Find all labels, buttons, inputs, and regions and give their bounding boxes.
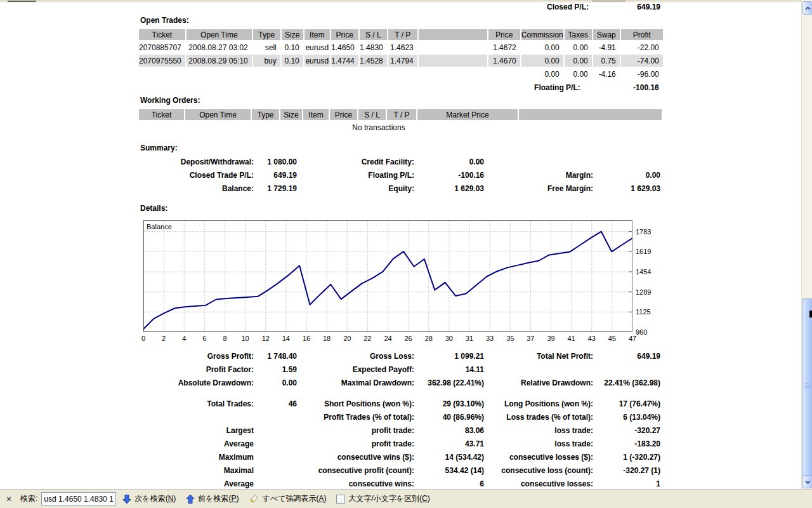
cell: -4.91 [593,41,620,53]
total-cell: -96.00 [621,68,663,80]
y-axis-label: 1619 [636,248,658,255]
x-axis-label: 8 [215,335,235,342]
x-axis-label: 45 [602,335,622,342]
column-header: Commission [521,29,563,40]
x-axis-label: 37 [520,335,540,342]
x-axis-label: 0 [133,335,154,342]
scroll-up-button[interactable] [802,1,812,15]
balance-chart: Balance [143,220,632,335]
stat-value: 1 (-320.27) [0,453,660,462]
thumb-grip-icon [805,384,810,388]
floating-pl-row: Floating P/L:-100.16 [139,81,663,93]
trade-statement-page: Closed P/L: 649.19 Open Trades: TicketOp… [0,0,812,508]
y-axis-label: 1783 [636,228,658,236]
floating-pl-label: Floating P/L: [521,81,592,93]
header-row: TicketOpen TimeTypeSizeItemPriceS / LT /… [139,109,662,120]
cell: 1.4794 [388,55,417,67]
column-header: Ticket [139,29,185,40]
x-axis-label: 4 [174,335,194,342]
chevron-up-icon [804,6,812,11]
cell: 1.4830 [360,41,387,53]
x-axis-label: 24 [378,335,398,342]
column-header: Profit [621,29,663,40]
x-axis-label: 2 [154,335,174,342]
column-header [519,109,662,120]
header-row: TicketOpen TimeTypeSizeItemPriceS / LT /… [139,29,663,40]
checkbox-icon[interactable] [336,495,345,504]
match-case-checkbox[interactable]: 大文字/小文字を区別(C) [336,493,429,504]
column-header: T / P [387,109,416,120]
x-axis-label: 14 [276,335,296,342]
x-axis-label: 35 [500,335,520,342]
cell: 0.10 [282,41,303,53]
stat-value: 6 (13.04%) [0,413,660,422]
x-axis-label: 30 [439,335,459,342]
cell: -22.00 [621,41,663,53]
stat-value: -320.27 (1) [0,467,660,475]
open-trade-row: 20708857072008.08.27 03:02sell0.10eurusd… [139,41,663,53]
x-axis-label: 41 [561,335,582,342]
cell: 0.00 [521,41,563,53]
arrow-down-icon [122,494,131,504]
open-trades-title: Open Trades: [140,17,189,25]
cell: 1.4672 [488,41,520,53]
find-next-button[interactable]: 次を検索(N) [122,493,176,504]
stat-value: 649.19 [0,352,660,361]
scrollbar-thumb[interactable] [802,298,812,476]
cell: 0.00 [521,55,563,67]
stat-value: 22.41% (362.98) [0,379,660,387]
cell [419,55,487,67]
working-orders-table: TicketOpen TimeTypeSizeItemPriceS / LT /… [138,108,663,121]
total-cell: -4.16 [593,68,620,80]
vertical-scrollbar[interactable] [801,0,812,489]
column-header: Swap [593,29,620,40]
cell: 2070885707 [139,41,185,53]
column-header: Size [280,109,302,120]
column-header: S / L [358,109,386,120]
chrome-remnant-dark [8,1,36,2]
x-axis-label: 33 [480,335,500,342]
total-cell: 0.00 [521,68,563,80]
column-header: Ticket [139,109,184,120]
cell: 2008.08.29 05:10 [187,55,252,67]
open-trade-row: 20709755502008.08.29 05:10buy0.10eurusd1… [139,55,663,67]
column-header: Item [304,29,330,40]
scrollbar-marker [809,311,812,318]
x-axis-label: 18 [317,335,337,342]
cell: 2070975550 [139,55,185,67]
stat-value: 14.11 [0,366,484,374]
chevron-down-icon [804,479,812,485]
x-axis-label: 31 [459,335,480,342]
floating-pl-value: -100.16 [621,81,663,93]
x-axis-label: 22 [357,335,377,342]
cell: 1.4670 [488,55,520,67]
x-axis-label: 16 [296,335,317,342]
find-prev-button[interactable]: 前を検索(P) [186,493,239,504]
find-close-button[interactable]: × [4,494,14,504]
search-input[interactable] [41,492,116,505]
column-header: Type [253,29,280,40]
column-header: Taxes [565,29,592,40]
scroll-down-button[interactable] [802,475,812,488]
column-header: S / L [360,29,387,40]
summary-value: 0.00 [0,158,484,166]
find-toolbar: × 検索: 次を検索(N) 前を検索(P) すべて強調表示(A) 大文字/小文字… [0,489,812,508]
stat-value: 17 (76.47%) [0,400,660,408]
cell: buy [253,55,280,67]
highlight-all-button[interactable]: すべて強調表示(A) [249,493,327,504]
cell: 0.00 [565,55,592,67]
x-axis-label: 47 [622,335,643,342]
column-header: Price [488,29,520,40]
cell [419,41,487,53]
stat-value: 1 [0,480,660,488]
column-header: Market Price [417,109,518,120]
match-case-label: 大文字/小文字を区別(C) [348,493,429,504]
column-header [419,29,487,40]
cell: 2008.08.27 03:02 [187,41,252,53]
arrow-up-icon [186,494,195,504]
summary-value: 0.00 [0,171,660,180]
column-header: Item [303,109,329,120]
cell: 0.00 [565,41,592,53]
x-axis-label: 10 [235,335,256,342]
stat-value: -183.20 [0,440,660,448]
